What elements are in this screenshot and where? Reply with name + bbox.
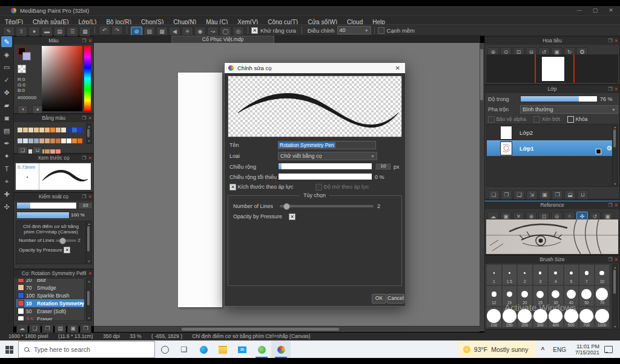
ok-button[interactable]: OK bbox=[372, 294, 386, 304]
brush-row-3[interactable]: 10Rotation Symmetry➤ bbox=[16, 299, 84, 307]
brush-size-cell-3[interactable]: 3 bbox=[533, 264, 549, 285]
reference-image[interactable] bbox=[486, 219, 618, 254]
navigator-preview[interactable] bbox=[486, 54, 618, 83]
brush-size-cell-0[interactable]: 1 bbox=[486, 264, 502, 285]
minimize-button[interactable]: — bbox=[573, 6, 586, 15]
close-icon[interactable]: ✕ bbox=[614, 257, 618, 262]
selectpen-tool[interactable]: ⌖ bbox=[1, 176, 12, 187]
palette-swatch[interactable] bbox=[39, 128, 44, 132]
palette-swatch[interactable] bbox=[78, 138, 82, 143]
name-input[interactable]: Rotation Symmetry Pen bbox=[278, 141, 376, 149]
width-value[interactable]: 10 bbox=[375, 163, 392, 171]
shape-tool[interactable]: ▰ bbox=[1, 100, 12, 111]
edge-button[interactable] bbox=[194, 341, 213, 358]
width-slider[interactable] bbox=[278, 163, 372, 170]
palette-swatch[interactable] bbox=[50, 128, 55, 132]
brush-row-1[interactable]: 70Smudge bbox=[16, 284, 84, 291]
close-icon[interactable]: ✕ bbox=[88, 271, 92, 276]
brush-size-cell-5[interactable]: 5 bbox=[564, 264, 579, 285]
close-button[interactable]: ✕ bbox=[604, 6, 618, 15]
weather-widget[interactable]: 93°F Mostly sunny bbox=[458, 341, 537, 358]
cortana-button[interactable] bbox=[155, 341, 174, 358]
lock-checkbox[interactable] bbox=[567, 116, 574, 123]
soft-edge-checkbox[interactable] bbox=[378, 27, 384, 34]
palette-swatch[interactable] bbox=[28, 128, 33, 132]
canvas-hscrollbar[interactable] bbox=[94, 326, 480, 332]
redo-icon[interactable]: ↷ bbox=[111, 25, 123, 35]
cloud-upload-icon[interactable]: ☁ bbox=[16, 323, 28, 333]
popout-icon[interactable]: ❐ bbox=[82, 38, 86, 44]
taskbar-search[interactable]: Type here to search bbox=[18, 341, 155, 358]
task-view-button[interactable]: ❏ bbox=[174, 341, 194, 358]
popout-icon[interactable]: ❐ bbox=[82, 115, 86, 121]
palette-swatch[interactable] bbox=[23, 128, 28, 132]
duplicate-layer-icon[interactable]: ❒ bbox=[552, 190, 563, 200]
popout-icon[interactable]: ❐ bbox=[608, 203, 612, 208]
palette-swatch[interactable] bbox=[61, 128, 66, 132]
adjust-dropdown[interactable]: 40▼ bbox=[337, 26, 371, 34]
min-width-slider[interactable] bbox=[278, 173, 372, 180]
text-tool[interactable]: T bbox=[1, 163, 12, 174]
palette-swatch[interactable] bbox=[34, 138, 39, 143]
brush-opacity-slider[interactable] bbox=[16, 212, 70, 219]
gear-icon[interactable]: ⚙ bbox=[606, 145, 612, 152]
hue-strip[interactable] bbox=[84, 46, 91, 111]
start-button[interactable] bbox=[0, 341, 18, 358]
cancel-button[interactable]: Cancel bbox=[387, 294, 404, 304]
clip-checkbox[interactable] bbox=[533, 116, 540, 123]
color-wheel-icon[interactable]: ◑ bbox=[18, 105, 28, 114]
new-brush-icon[interactable]: ❏ bbox=[29, 323, 41, 333]
brush-size-slider[interactable] bbox=[16, 202, 77, 209]
hand-tool[interactable]: ✣ bbox=[1, 201, 12, 212]
move-tool[interactable]: ✥ bbox=[1, 87, 12, 98]
brush-size-cell-2[interactable]: 2 bbox=[517, 264, 533, 285]
dlg-opacity-pressure-checkbox[interactable]: ✕ bbox=[289, 213, 295, 220]
close-icon[interactable]: ✕ bbox=[88, 155, 92, 161]
type-dropdown[interactable]: Chữ viết bằng cọ▼ bbox=[278, 152, 377, 160]
brush-folder-icon[interactable]: ▣ bbox=[67, 323, 79, 333]
file-explorer-button[interactable] bbox=[213, 341, 232, 358]
message-icon[interactable]: ▬ bbox=[41, 27, 53, 36]
alpha-lock-checkbox[interactable] bbox=[488, 116, 495, 123]
action-center-icon[interactable] bbox=[604, 346, 613, 353]
comment-icon[interactable]: ● bbox=[28, 27, 40, 36]
popout-icon[interactable]: ❐ bbox=[608, 257, 612, 262]
medibang-taskbar-button[interactable] bbox=[271, 341, 291, 358]
close-icon[interactable]: ✕ bbox=[88, 38, 92, 44]
export-icon[interactable]: ⇧ bbox=[16, 27, 27, 36]
palette-swatch[interactable] bbox=[39, 138, 44, 143]
brush-size-cell-16[interactable]: 100 bbox=[486, 307, 502, 328]
brush-size-cell-6[interactable]: 7 bbox=[579, 264, 595, 285]
divide-tool[interactable]: ✚ bbox=[1, 189, 12, 200]
opacity-pressure-checkbox-dim[interactable] bbox=[315, 184, 322, 190]
popout-icon[interactable]: ❐ bbox=[82, 155, 86, 161]
layer-scrollbar[interactable]: ▲▼ bbox=[612, 124, 618, 187]
canvas-page[interactable] bbox=[178, 73, 222, 307]
dialog-title-bar[interactable]: Chỉnh sửa cọ ✕ bbox=[225, 63, 405, 73]
brush-list-scrollbar[interactable]: ▲▼ bbox=[86, 278, 92, 321]
close-icon[interactable]: ✕ bbox=[614, 203, 618, 208]
dialog-close-icon[interactable]: ✕ bbox=[395, 63, 400, 73]
brush-size-value[interactable]: 10 bbox=[78, 202, 93, 209]
popout-icon[interactable]: ❐ bbox=[82, 271, 86, 276]
brush-control-scrollbar[interactable]: ▲▼ bbox=[86, 221, 92, 264]
save-brush-icon[interactable]: ❐ bbox=[42, 323, 53, 333]
palette-swatch[interactable] bbox=[50, 138, 55, 143]
palette-swatch[interactable] bbox=[72, 138, 77, 143]
popout-icon[interactable]: ❐ bbox=[608, 86, 612, 92]
brush-row-2[interactable]: 100Sparkle Brush bbox=[16, 291, 84, 299]
brush-size-cell-7[interactable]: 10 bbox=[595, 264, 610, 285]
brush-size-cell-4[interactable]: 4 bbox=[548, 264, 564, 285]
palette-swatch[interactable] bbox=[56, 128, 61, 132]
brush-row-0[interactable]: 20Blur bbox=[16, 278, 84, 284]
palette-swatch[interactable] bbox=[45, 138, 50, 143]
grid-icon[interactable]: ▦ bbox=[79, 27, 91, 36]
wand-tool[interactable]: ✓ bbox=[1, 74, 12, 85]
brush-size-cell-1[interactable]: 1.5 bbox=[502, 264, 518, 285]
palette-swatch[interactable] bbox=[67, 138, 71, 143]
palette-swatch[interactable] bbox=[18, 128, 22, 132]
new-layer8-icon[interactable]: ❐ bbox=[501, 190, 512, 200]
opacity-pressure-checkbox[interactable]: ✕ bbox=[64, 247, 70, 253]
maximize-button[interactable]: ▢ bbox=[589, 6, 602, 15]
brush-script-icon[interactable]: ▤ bbox=[54, 323, 66, 333]
